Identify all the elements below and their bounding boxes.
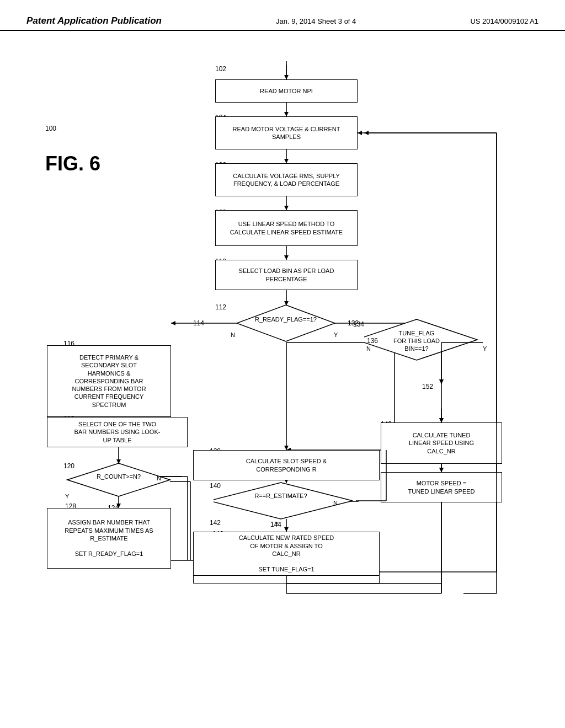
svg-marker-39	[439, 418, 444, 422]
n134-y-label: Y	[483, 345, 487, 352]
svg-marker-37	[439, 379, 444, 384]
svg-marker-2	[284, 112, 289, 116]
n110-box: SELECT LOAD BIN AS PER LOAD PERCENTAGE	[215, 260, 358, 290]
n146-box: CALCULATE NEW RATED SPEED OF MOTOR & ASS…	[193, 532, 380, 576]
svg-text:FOR THIS LOAD: FOR THIS LOAD	[393, 338, 440, 344]
svg-marker-56	[67, 463, 170, 496]
n102-number: 102	[215, 65, 226, 73]
n150-box: MOTOR SPEED = TUNED LINEAR SPEED	[381, 472, 502, 502]
n104-box: READ MOTOR VOLTAGE & CURRENT SAMPLES	[215, 116, 358, 149]
svg-marker-54	[237, 305, 335, 341]
header-publication: Patent Application Publication	[26, 15, 162, 26]
fig-label: FIG. 6	[45, 152, 100, 175]
svg-marker-6	[284, 206, 289, 210]
n134-diamond: TUNE_FLAG FOR THIS LOAD BIN==1?	[370, 320, 475, 359]
svg-text:BIN==1?: BIN==1?	[404, 345, 428, 352]
svg-marker-73	[439, 468, 444, 472]
n120-y-label: Y	[65, 493, 69, 500]
node-100-label: 100	[45, 125, 56, 132]
n112-diamond: R_READY_FLAG==1?	[243, 306, 330, 341]
n144-number: 144	[270, 521, 281, 528]
n148-box: CALCULATE TUNED LINEAR SPEED USING CALC_…	[381, 422, 502, 464]
n112-number: 112	[215, 303, 226, 311]
n102-box: READ MOTOR NPI	[215, 79, 358, 103]
svg-text:R_READY_FLAG==1?: R_READY_FLAG==1?	[255, 316, 317, 323]
n152-number: 152	[422, 383, 433, 390]
n134-number: 134	[353, 320, 364, 328]
page-header: Patent Application Publication Jan. 9, 2…	[0, 0, 565, 31]
svg-marker-69	[439, 379, 444, 384]
svg-marker-4	[284, 159, 289, 163]
n112-y-label: Y	[334, 331, 338, 338]
n116-box: DETECT PRIMARY & SECONDARY SLOT HARMONIC…	[47, 345, 171, 417]
svg-marker-8	[284, 255, 289, 260]
svg-text:R_COUNT>=N?: R_COUNT>=N?	[97, 473, 141, 480]
svg-marker-53	[284, 75, 289, 79]
svg-marker-84	[358, 131, 362, 135]
n130-box: ASSIGN BAR NUMBER THAT REPEATS MAXIMUM T…	[47, 508, 171, 569]
svg-marker-12	[171, 321, 175, 325]
n112-n-label: N	[231, 331, 235, 338]
header-date-sheet: Jan. 9, 2014 Sheet 3 of 4	[276, 17, 356, 25]
header-patent-number: US 2014/0009102 A1	[470, 17, 539, 25]
svg-marker-51	[364, 131, 369, 135]
diagram-area: FIG. 6 100	[0, 31, 565, 715]
n120-n-label: N	[157, 475, 161, 481]
svg-marker-66	[284, 446, 289, 450]
n134-n-label: N	[366, 345, 371, 352]
n118-box: SELECT ONE OF THE TWO BAR NUMBERS USING …	[47, 417, 188, 447]
svg-marker-71	[439, 418, 444, 422]
svg-marker-29	[284, 527, 289, 532]
n140-n-label: N	[333, 500, 338, 506]
n108-box: USE LINEAR SPEED METHOD TO CALCULATE LIN…	[215, 210, 358, 246]
n138-box: CALCULATE SLOT SPEED & CORRESPONDING R	[193, 450, 380, 480]
svg-marker-41	[439, 468, 444, 472]
svg-text:R==R_ESTIMATE?: R==R_ESTIMATE?	[254, 493, 307, 499]
n114-number: 114	[193, 319, 204, 327]
n106-box: CALCULATE VOLTAGE RMS, SUPPLY FREQUENCY,…	[215, 163, 358, 196]
svg-text:TUNE_FLAG: TUNE_FLAG	[399, 330, 435, 336]
n136-number: 136	[367, 337, 378, 345]
n120-diamond: R_COUNT>=N?	[72, 464, 166, 496]
svg-marker-62	[214, 483, 353, 519]
n142-number: 142	[210, 519, 221, 527]
